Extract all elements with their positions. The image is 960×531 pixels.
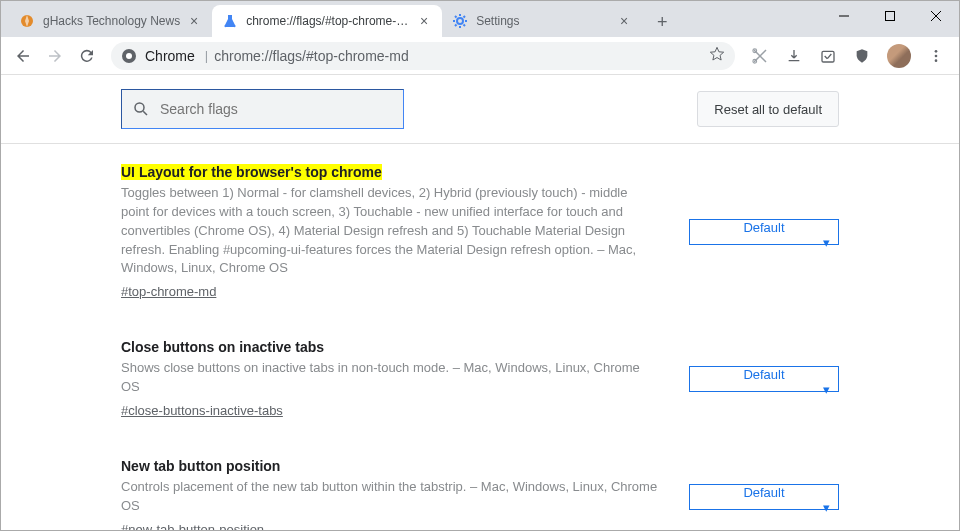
flags-list: UI Layout for the browser's top chrome T… [1, 144, 959, 530]
flag-description: Shows close buttons on inactive tabs in … [121, 359, 659, 397]
gear-icon [452, 13, 468, 29]
flag-item-close-buttons: Close buttons on inactive tabs Shows clo… [121, 339, 839, 418]
svg-point-16 [135, 103, 144, 112]
omnibox[interactable]: Chrome | chrome://flags/#top-chrome-md [111, 42, 735, 70]
tab-settings[interactable]: Settings × [442, 5, 642, 37]
tab-title: Settings [476, 14, 610, 28]
content-scroll[interactable]: Reset all to default UI Layout for the b… [1, 75, 959, 530]
new-tab-button[interactable]: + [648, 9, 676, 37]
tab-title: chrome://flags/#top-chrome-md [246, 14, 410, 28]
flag-select-value: Default [698, 367, 830, 382]
svg-point-15 [935, 59, 938, 62]
svg-point-1 [457, 18, 463, 24]
profile-avatar[interactable] [887, 44, 911, 68]
back-button[interactable] [9, 42, 37, 70]
flag-title: Close buttons on inactive tabs [121, 339, 324, 355]
flag-select-value: Default [698, 485, 830, 500]
flag-description: Controls placement of the new tab button… [121, 478, 659, 516]
reset-all-button[interactable]: Reset all to default [697, 91, 839, 127]
menu-button[interactable] [923, 43, 949, 69]
flags-header: Reset all to default [1, 75, 959, 144]
flag-item-new-tab-position: New tab button position Controls placeme… [121, 458, 839, 530]
flag-select[interactable]: Default [689, 484, 839, 510]
search-box[interactable] [121, 89, 404, 129]
tab-ghacks[interactable]: gHacks Technology News × [9, 5, 212, 37]
svg-line-17 [143, 111, 147, 115]
flag-item-top-chrome-md: UI Layout for the browser's top chrome T… [121, 164, 839, 299]
close-icon[interactable]: × [186, 13, 202, 29]
svg-rect-10 [822, 51, 834, 62]
svg-rect-3 [886, 12, 895, 21]
ghacks-favicon-icon [19, 13, 35, 29]
chrome-icon [121, 48, 137, 64]
flag-select[interactable]: Default [689, 219, 839, 245]
extension-calendar-icon[interactable] [815, 43, 841, 69]
flag-title: UI Layout for the browser's top chrome [121, 164, 382, 180]
flag-hash-link[interactable]: #top-chrome-md [121, 284, 216, 299]
forward-button[interactable] [41, 42, 69, 70]
omnibox-url: chrome://flags/#top-chrome-md [214, 48, 709, 64]
toolbar: Chrome | chrome://flags/#top-chrome-md [1, 37, 959, 75]
flask-icon [222, 13, 238, 29]
extension-shield-icon[interactable] [849, 43, 875, 69]
window-controls [821, 1, 959, 31]
flag-select-value: Default [698, 220, 830, 235]
flag-description: Toggles between 1) Normal - for clamshel… [121, 184, 659, 278]
tab-strip: gHacks Technology News × chrome://flags/… [1, 1, 676, 37]
search-input[interactable] [160, 101, 393, 117]
flag-title: New tab button position [121, 458, 280, 474]
svg-point-13 [935, 50, 938, 53]
tab-title: gHacks Technology News [43, 14, 180, 28]
omnibox-separator: | [205, 48, 208, 63]
maximize-button[interactable] [867, 1, 913, 31]
omnibox-source: Chrome [145, 48, 195, 64]
search-icon [132, 100, 150, 118]
bookmark-star-icon[interactable] [709, 46, 725, 65]
svg-point-14 [935, 54, 938, 57]
reload-button[interactable] [73, 42, 101, 70]
flag-hash-link[interactable]: #close-buttons-inactive-tabs [121, 403, 283, 418]
extension-download-icon[interactable] [781, 43, 807, 69]
close-icon[interactable]: × [416, 13, 432, 29]
flag-select[interactable]: Default [689, 366, 839, 392]
close-icon[interactable]: × [616, 13, 632, 29]
titlebar: gHacks Technology News × chrome://flags/… [1, 1, 959, 37]
minimize-button[interactable] [821, 1, 867, 31]
tab-flags[interactable]: chrome://flags/#top-chrome-md × [212, 5, 442, 37]
svg-line-12 [827, 54, 831, 59]
extension-scissors-icon[interactable] [747, 43, 773, 69]
svg-point-7 [126, 53, 132, 59]
flag-hash-link[interactable]: #new-tab-button-position [121, 522, 264, 530]
close-window-button[interactable] [913, 1, 959, 31]
